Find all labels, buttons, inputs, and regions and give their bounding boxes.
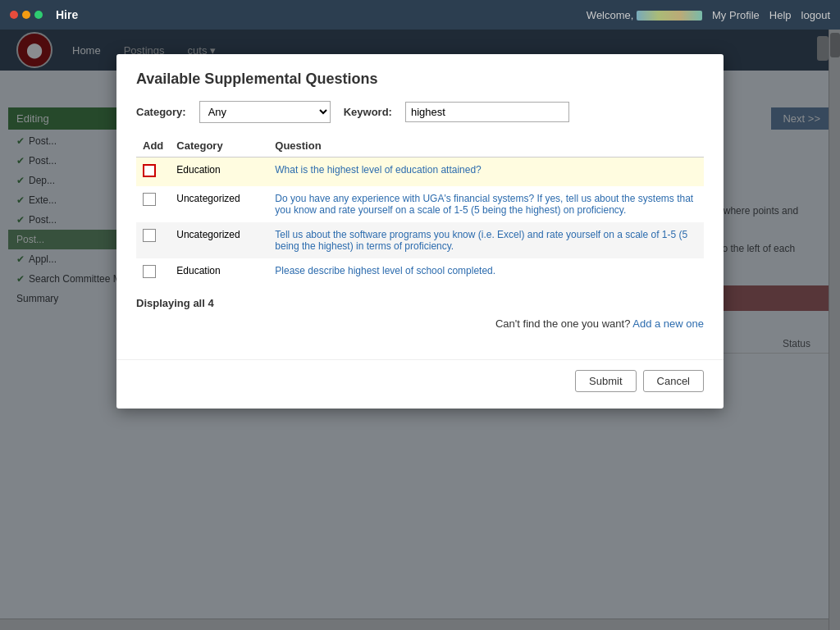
cant-find-text: Can't find the one you want? — [495, 317, 630, 330]
top-nav-right: Welcome, My Profile Help logout — [587, 9, 830, 21]
table-row: Education Please describe highest level … — [136, 258, 704, 287]
displaying-count: Displaying all 4 — [136, 297, 704, 309]
category-select[interactable]: Any Education Uncategorized — [199, 101, 331, 123]
col-add-header: Add — [136, 135, 170, 158]
checkbox-cell-4[interactable] — [136, 258, 170, 287]
help-link[interactable]: Help — [769, 9, 792, 21]
checkbox-1[interactable] — [143, 164, 156, 177]
submit-button[interactable]: Submit — [575, 370, 636, 392]
checkbox-4[interactable] — [143, 265, 156, 278]
question-cell-3: Tell us about the software programs you … — [268, 222, 704, 258]
modal-dialog: Available Supplemental Questions Categor… — [116, 54, 724, 409]
question-link-4[interactable]: Please describe highest level of school … — [275, 265, 495, 276]
username-display — [637, 11, 702, 21]
app-title: Hire — [56, 8, 78, 21]
questions-table: Add Category Question Education What is … — [136, 135, 704, 287]
col-question-header: Question — [268, 135, 704, 158]
checkbox-cell-2[interactable] — [136, 186, 170, 222]
modal-overlay: Available Supplemental Questions Categor… — [0, 30, 840, 630]
modal-body: Available Supplemental Questions Categor… — [116, 54, 724, 359]
find-row: Can't find the one you want? Add a new o… — [136, 317, 704, 330]
question-link-1[interactable]: What is the highest level of education a… — [275, 164, 482, 176]
table-row: Education What is the highest level of e… — [136, 158, 704, 187]
add-new-link[interactable]: Add a new one — [632, 317, 704, 330]
question-link-2[interactable]: Do you have any experience with UGA's fi… — [275, 193, 693, 216]
table-row: Uncategorized Do you have any experience… — [136, 186, 704, 222]
question-cell-1: What is the highest level of education a… — [268, 158, 704, 187]
minimize-dot — [22, 11, 30, 19]
close-dot — [10, 11, 18, 19]
modal-title: Available Supplemental Questions — [136, 71, 704, 88]
my-profile-link[interactable]: My Profile — [712, 9, 760, 21]
category-cell-2: Uncategorized — [170, 186, 268, 222]
category-cell-4: Education — [170, 258, 268, 287]
category-cell-1: Education — [170, 158, 268, 187]
keyword-label: Keyword: — [344, 106, 392, 118]
col-category-header: Category — [170, 135, 268, 158]
checkbox-3[interactable] — [143, 229, 156, 242]
question-cell-2: Do you have any experience with UGA's fi… — [268, 186, 704, 222]
top-navigation: Hire Welcome, My Profile Help logout — [0, 0, 840, 30]
modal-footer: Submit Cancel — [116, 359, 724, 409]
checkbox-2[interactable] — [143, 193, 156, 206]
question-cell-4: Please describe highest level of school … — [268, 258, 704, 287]
welcome-label: Welcome, — [587, 9, 702, 21]
keyword-input[interactable] — [405, 102, 569, 122]
table-row: Uncategorized Tell us about the software… — [136, 222, 704, 258]
maximize-dot — [34, 11, 43, 19]
window-controls — [10, 11, 43, 19]
cancel-button[interactable]: Cancel — [643, 370, 704, 392]
checkbox-cell-3[interactable] — [136, 222, 170, 258]
checkbox-cell-1[interactable] — [136, 158, 170, 187]
filter-row: Category: Any Education Uncategorized Ke… — [136, 101, 704, 123]
category-cell-3: Uncategorized — [170, 222, 268, 258]
logout-link[interactable]: logout — [801, 9, 830, 21]
category-label: Category: — [136, 106, 186, 118]
question-link-3[interactable]: Tell us about the software programs you … — [275, 229, 687, 252]
main-area: ⬤ Home Postings cuts ▾ Editing ✔ Post...… — [0, 30, 840, 630]
